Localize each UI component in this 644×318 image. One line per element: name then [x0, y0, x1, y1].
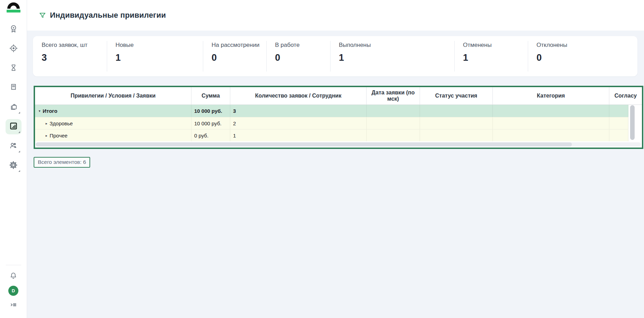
stat-item: Выполнены 1	[330, 36, 454, 76]
sidebar-item-awards[interactable]	[6, 22, 22, 37]
expand-arrow-icon[interactable]: ▸	[44, 134, 49, 137]
stat-label: Новые	[115, 42, 199, 49]
cell-privilege: ▾ Итого	[35, 105, 191, 117]
stat-value: 0	[536, 52, 634, 63]
logo-bar	[7, 10, 20, 12]
logo-arc-icon	[7, 2, 20, 9]
cell-count: 1	[230, 129, 367, 141]
stat-item: Отменены 1	[454, 36, 528, 76]
main-content: Всего заявок, шт 3 Новые 1 На рассмотрен…	[27, 31, 644, 318]
privileges-table: Привилегии / Условия / Заявки Сумма Коли…	[34, 86, 643, 149]
cell-approver	[609, 105, 628, 117]
table-row[interactable]: ▸ Прочее 0 руб. 1	[35, 129, 628, 141]
briefcase-icon	[9, 102, 18, 112]
cell-privilege: ▸ Прочее	[35, 129, 191, 141]
horizontal-scrollbar-thumb[interactable]	[36, 142, 572, 147]
sidebar-bottom: D	[6, 265, 21, 318]
table-column-header[interactable]: Дата заявки (по мск)	[367, 87, 420, 104]
stat-item: Отклонены 0	[528, 36, 637, 76]
indent-menu-icon	[9, 304, 18, 310]
cell-status	[420, 105, 493, 117]
filter-button[interactable]	[39, 12, 46, 19]
award-icon	[9, 24, 18, 35]
table-column-header[interactable]: Категория	[493, 87, 609, 104]
cell-date	[367, 129, 420, 141]
stat-label: В работе	[275, 42, 327, 49]
cell-status	[420, 117, 493, 129]
stat-value: 0	[275, 52, 327, 63]
bar-chart-icon	[9, 122, 18, 132]
expand-arrow-icon[interactable]: ▸	[44, 122, 49, 125]
stat-item: Новые 1	[107, 36, 203, 76]
stat-label: На рассмотрении	[212, 42, 263, 49]
cell-status	[420, 129, 493, 141]
cell-sum: 10 000 руб.	[191, 105, 230, 117]
gear-icon	[9, 160, 18, 171]
sidebar-item-target[interactable]	[6, 41, 22, 57]
expand-arrow-icon[interactable]: ▾	[37, 109, 42, 113]
sidebar-item-history[interactable]	[6, 61, 22, 76]
table-column-header[interactable]: Статус участия	[420, 87, 493, 104]
table-column-header[interactable]: Количество заявок / Сотрудник	[230, 87, 367, 104]
hourglass-icon	[9, 63, 18, 74]
stat-label: Отклонены	[536, 42, 634, 49]
submenu-corner-icon	[18, 170, 20, 172]
table-row[interactable]: ▾ Итого 10 000 руб. 3	[35, 105, 628, 117]
sidebar-item-briefcase[interactable]	[6, 100, 22, 115]
stat-value: 1	[115, 52, 199, 63]
cell-privilege: ▸ Здоровье	[35, 117, 191, 129]
stat-item: На рассмотрении 0	[203, 36, 266, 76]
stat-item: В работе 0	[266, 36, 330, 76]
row-label: Прочее	[50, 133, 68, 139]
app-logo[interactable]	[7, 2, 20, 18]
row-label: Здоровье	[50, 120, 73, 126]
table-header-row: Привилегии / Условия / Заявки Сумма Коли…	[35, 87, 642, 105]
sidebar-item-analytics[interactable]	[6, 119, 22, 134]
sidebar-divider	[6, 265, 21, 265]
table-body: ▾ Итого 10 000 руб. 3 ▸ Здоровье 10 000 …	[35, 105, 642, 141]
total-elements-badge: Всего элементов: 6	[34, 157, 90, 168]
cell-count: 2	[230, 117, 367, 129]
table-column-header[interactable]: Привилегии / Условия / Заявки	[35, 87, 191, 104]
cell-sum: 0 руб.	[191, 129, 230, 141]
cell-category	[493, 117, 609, 129]
cell-category	[493, 129, 609, 141]
submenu-corner-icon	[18, 151, 20, 152]
table-row[interactable]: ▸ Здоровье 10 000 руб. 2	[35, 117, 628, 129]
sidebar-nav	[6, 22, 22, 177]
sidebar-item-settings[interactable]	[6, 158, 22, 173]
cell-sum: 10 000 руб.	[191, 117, 230, 129]
cell-date	[367, 105, 420, 117]
stat-item: Всего заявок, шт 3	[33, 36, 107, 76]
target-icon	[9, 44, 18, 54]
sidebar-collapse-button[interactable]	[9, 301, 18, 310]
vertical-scrollbar-thumb[interactable]	[630, 105, 635, 140]
stat-label: Отменены	[463, 42, 524, 49]
stat-value: 1	[463, 52, 524, 63]
table-column-header[interactable]: Сумма	[191, 87, 230, 104]
avatar[interactable]: D	[8, 286, 18, 296]
cell-category	[493, 105, 609, 117]
cell-count: 3	[230, 105, 367, 117]
horizontal-scrollbar-track[interactable]	[35, 141, 642, 148]
stat-label: Выполнены	[339, 42, 451, 49]
cell-approver	[609, 129, 628, 141]
notifications-button[interactable]	[9, 271, 18, 282]
row-label: Итого	[43, 108, 57, 114]
submenu-corner-icon	[18, 112, 20, 114]
cell-approver	[609, 117, 628, 129]
people-icon	[9, 141, 18, 151]
bell-icon	[9, 275, 18, 281]
page-title: Индивидуальные привилегии	[50, 11, 166, 20]
stat-value: 0	[212, 52, 263, 63]
stat-label: Всего заявок, шт	[42, 42, 103, 49]
funnel-icon	[39, 12, 46, 19]
vertical-scrollbar-track[interactable]	[628, 105, 642, 141]
page-header: Индивидуальные привилегии	[27, 0, 644, 31]
sidebar-item-people[interactable]	[6, 139, 22, 154]
stats-card: Всего заявок, шт 3 Новые 1 На рассмотрен…	[33, 36, 637, 76]
sidebar: D	[0, 0, 27, 318]
sidebar-item-receipts[interactable]	[6, 80, 22, 95]
table-column-header[interactable]: Согласу	[609, 87, 642, 104]
submenu-corner-icon	[18, 131, 20, 133]
